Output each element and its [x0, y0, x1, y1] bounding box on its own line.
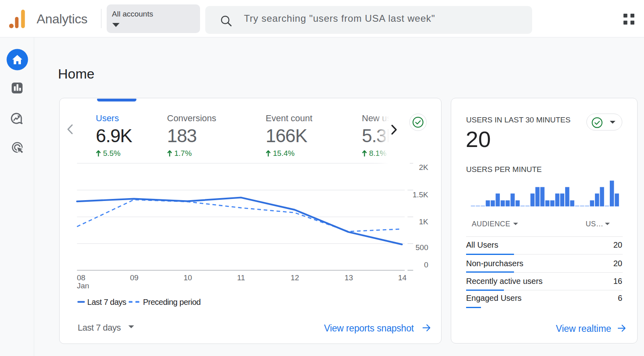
- svg-text:13: 13: [345, 273, 353, 282]
- svg-text:09: 09: [130, 273, 138, 282]
- svg-text:Last 7 days: Last 7 days: [87, 298, 126, 306]
- svg-text:10: 10: [184, 273, 192, 282]
- svg-text:08: 08: [77, 273, 85, 282]
- svg-text:12: 12: [291, 273, 299, 282]
- svg-text:Jan: Jan: [77, 281, 89, 290]
- svg-text:500: 500: [415, 243, 428, 252]
- svg-text:Preceding period: Preceding period: [143, 298, 200, 306]
- svg-text:1.5K: 1.5K: [413, 190, 428, 199]
- svg-text:2K: 2K: [419, 163, 429, 172]
- svg-text:11: 11: [237, 273, 245, 282]
- svg-text:0: 0: [424, 261, 428, 269]
- svg-text:1K: 1K: [419, 217, 429, 226]
- svg-text:14: 14: [398, 273, 407, 282]
